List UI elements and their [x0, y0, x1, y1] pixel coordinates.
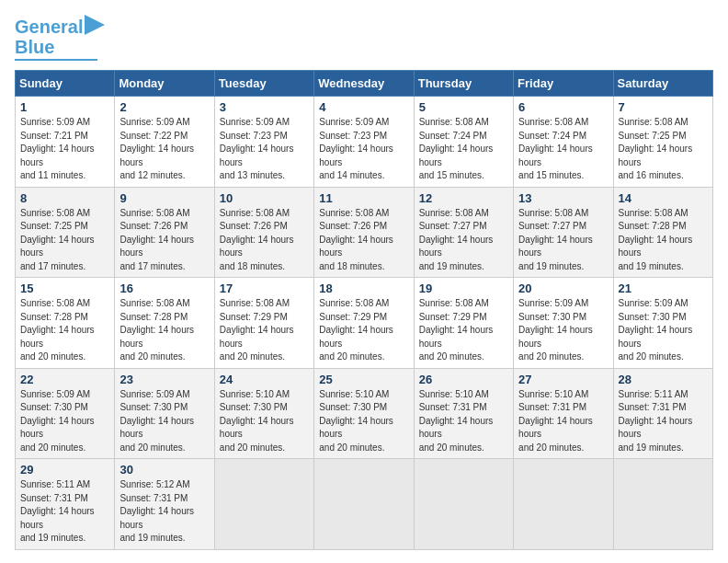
calendar-cell: 21Sunrise: 5:09 AMSunset: 7:30 PMDayligh…	[613, 278, 712, 369]
calendar-cell: 30Sunrise: 5:12 AMSunset: 7:31 PMDayligh…	[115, 459, 214, 550]
logo-text: General	[15, 17, 83, 37]
day-number: 17	[220, 282, 309, 295]
day-number: 13	[518, 191, 608, 205]
calendar-cell: 6Sunrise: 5:08 AMSunset: 7:24 PMDaylight…	[514, 97, 613, 188]
calendar-cell	[314, 459, 414, 550]
calendar-cell	[414, 459, 513, 550]
calendar-week-row: 22Sunrise: 5:09 AMSunset: 7:30 PMDayligh…	[16, 368, 713, 459]
day-info: Sunrise: 5:08 AMSunset: 7:29 PMDaylight:…	[319, 297, 408, 364]
day-of-week-header: Wednesday	[314, 71, 414, 97]
day-number: 28	[619, 373, 708, 386]
logo-blue-text: Blue	[15, 37, 54, 57]
calendar-cell: 11Sunrise: 5:08 AMSunset: 7:26 PMDayligh…	[314, 187, 414, 278]
logo-icon	[85, 15, 105, 35]
calendar-cell	[613, 459, 712, 550]
day-info: Sunrise: 5:08 AMSunset: 7:27 PMDaylight:…	[419, 207, 508, 274]
calendar-cell: 29Sunrise: 5:11 AMSunset: 7:31 PMDayligh…	[16, 459, 115, 550]
day-info: Sunrise: 5:09 AMSunset: 7:23 PMDaylight:…	[319, 116, 408, 183]
calendar-cell: 23Sunrise: 5:09 AMSunset: 7:30 PMDayligh…	[115, 368, 214, 459]
day-number: 23	[119, 373, 209, 386]
calendar-cell: 15Sunrise: 5:08 AMSunset: 7:28 PMDayligh…	[16, 278, 115, 369]
calendar-cell: 22Sunrise: 5:09 AMSunset: 7:30 PMDayligh…	[16, 368, 115, 459]
calendar-cell: 24Sunrise: 5:10 AMSunset: 7:30 PMDayligh…	[214, 368, 313, 459]
day-number: 9	[119, 191, 209, 205]
calendar-cell: 10Sunrise: 5:08 AMSunset: 7:26 PMDayligh…	[214, 187, 313, 278]
calendar-cell: 13Sunrise: 5:08 AMSunset: 7:27 PMDayligh…	[514, 187, 613, 278]
calendar-cell: 4Sunrise: 5:09 AMSunset: 7:23 PMDaylight…	[314, 97, 414, 188]
day-info: Sunrise: 5:08 AMSunset: 7:28 PMDaylight:…	[119, 297, 209, 364]
day-info: Sunrise: 5:08 AMSunset: 7:24 PMDaylight:…	[419, 116, 508, 183]
calendar-cell: 17Sunrise: 5:08 AMSunset: 7:29 PMDayligh…	[214, 278, 313, 369]
calendar-cell: 26Sunrise: 5:10 AMSunset: 7:31 PMDayligh…	[414, 368, 513, 459]
calendar-header-row: SundayMondayTuesdayWednesdayThursdayFrid…	[16, 71, 713, 97]
day-number: 21	[619, 282, 708, 295]
calendar-cell: 19Sunrise: 5:08 AMSunset: 7:29 PMDayligh…	[414, 278, 513, 369]
calendar-cell: 14Sunrise: 5:08 AMSunset: 7:28 PMDayligh…	[613, 187, 712, 278]
day-number: 5	[419, 100, 508, 114]
day-info: Sunrise: 5:08 AMSunset: 7:29 PMDaylight:…	[419, 297, 508, 364]
day-number: 14	[619, 191, 708, 205]
day-of-week-header: Friday	[514, 71, 613, 97]
calendar-cell: 1Sunrise: 5:09 AMSunset: 7:21 PMDaylight…	[16, 97, 115, 188]
calendar-cell	[514, 459, 613, 550]
day-info: Sunrise: 5:08 AMSunset: 7:26 PMDaylight:…	[319, 207, 408, 274]
day-info: Sunrise: 5:09 AMSunset: 7:22 PMDaylight:…	[119, 116, 209, 183]
day-of-week-header: Sunday	[16, 71, 115, 97]
day-info: Sunrise: 5:09 AMSunset: 7:30 PMDaylight:…	[619, 297, 708, 364]
logo-underline	[15, 59, 97, 61]
day-of-week-header: Saturday	[613, 71, 712, 97]
calendar-cell: 2Sunrise: 5:09 AMSunset: 7:22 PMDaylight…	[115, 97, 214, 188]
day-number: 24	[220, 373, 309, 386]
calendar-cell: 7Sunrise: 5:08 AMSunset: 7:25 PMDaylight…	[613, 97, 712, 188]
calendar-week-row: 8Sunrise: 5:08 AMSunset: 7:25 PMDaylight…	[16, 187, 713, 278]
day-info: Sunrise: 5:08 AMSunset: 7:26 PMDaylight:…	[220, 207, 309, 274]
day-number: 19	[419, 282, 508, 295]
day-number: 22	[20, 373, 109, 386]
calendar-cell: 5Sunrise: 5:08 AMSunset: 7:24 PMDaylight…	[414, 97, 513, 188]
day-info: Sunrise: 5:10 AMSunset: 7:31 PMDaylight:…	[518, 388, 608, 455]
logo: General Blue	[15, 15, 105, 61]
day-number: 7	[619, 100, 708, 114]
day-of-week-header: Thursday	[414, 71, 513, 97]
day-number: 2	[119, 100, 209, 114]
day-number: 15	[20, 282, 109, 295]
day-number: 29	[20, 463, 109, 477]
day-info: Sunrise: 5:10 AMSunset: 7:30 PMDaylight:…	[319, 388, 408, 455]
day-info: Sunrise: 5:11 AMSunset: 7:31 PMDaylight:…	[20, 478, 109, 546]
day-info: Sunrise: 5:08 AMSunset: 7:27 PMDaylight:…	[518, 207, 608, 274]
day-info: Sunrise: 5:08 AMSunset: 7:25 PMDaylight:…	[20, 207, 109, 274]
day-info: Sunrise: 5:11 AMSunset: 7:31 PMDaylight:…	[619, 388, 708, 455]
day-number: 11	[319, 191, 408, 205]
day-of-week-header: Monday	[115, 71, 214, 97]
day-number: 27	[518, 373, 608, 386]
calendar-cell: 3Sunrise: 5:09 AMSunset: 7:23 PMDaylight…	[214, 97, 313, 188]
day-info: Sunrise: 5:09 AMSunset: 7:30 PMDaylight:…	[119, 388, 209, 455]
calendar-cell	[214, 459, 313, 550]
day-info: Sunrise: 5:09 AMSunset: 7:30 PMDaylight:…	[20, 388, 109, 455]
day-number: 16	[119, 282, 209, 295]
day-info: Sunrise: 5:08 AMSunset: 7:26 PMDaylight:…	[119, 207, 209, 274]
calendar-week-row: 1Sunrise: 5:09 AMSunset: 7:21 PMDaylight…	[16, 97, 713, 188]
day-number: 26	[419, 373, 508, 386]
day-info: Sunrise: 5:08 AMSunset: 7:28 PMDaylight:…	[619, 207, 708, 274]
calendar-cell: 16Sunrise: 5:08 AMSunset: 7:28 PMDayligh…	[115, 278, 214, 369]
day-info: Sunrise: 5:08 AMSunset: 7:29 PMDaylight:…	[220, 297, 309, 364]
calendar-week-row: 29Sunrise: 5:11 AMSunset: 7:31 PMDayligh…	[16, 459, 713, 550]
day-number: 18	[319, 282, 408, 295]
day-info: Sunrise: 5:08 AMSunset: 7:24 PMDaylight:…	[518, 116, 608, 183]
calendar-cell: 27Sunrise: 5:10 AMSunset: 7:31 PMDayligh…	[514, 368, 613, 459]
day-info: Sunrise: 5:09 AMSunset: 7:30 PMDaylight:…	[518, 297, 608, 364]
page-header: General Blue	[15, 15, 713, 61]
day-info: Sunrise: 5:09 AMSunset: 7:21 PMDaylight:…	[20, 116, 109, 183]
day-number: 12	[419, 191, 508, 205]
day-number: 8	[20, 191, 109, 205]
day-number: 1	[20, 100, 109, 114]
calendar-cell: 9Sunrise: 5:08 AMSunset: 7:26 PMDaylight…	[115, 187, 214, 278]
calendar-cell: 8Sunrise: 5:08 AMSunset: 7:25 PMDaylight…	[16, 187, 115, 278]
calendar-table: SundayMondayTuesdayWednesdayThursdayFrid…	[15, 70, 713, 550]
day-number: 30	[119, 463, 209, 477]
day-number: 20	[518, 282, 608, 295]
day-info: Sunrise: 5:08 AMSunset: 7:28 PMDaylight:…	[20, 297, 109, 364]
day-info: Sunrise: 5:09 AMSunset: 7:23 PMDaylight:…	[220, 116, 309, 183]
day-number: 6	[518, 100, 608, 114]
